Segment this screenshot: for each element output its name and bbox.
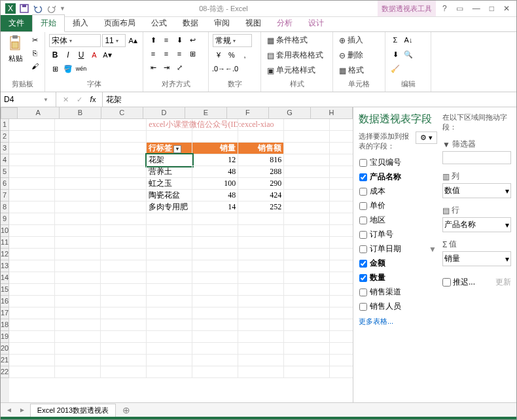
save-icon[interactable] (18, 3, 30, 14)
copy-icon[interactable]: ⎘ (29, 47, 41, 59)
increase-font-icon[interactable]: A▴ (127, 35, 139, 46)
tab-analyze[interactable]: 分析 (269, 15, 300, 31)
row-header[interactable]: 16 (1, 296, 9, 307)
row-header[interactable]: 5 (1, 166, 9, 178)
row-header[interactable]: 4 (1, 154, 9, 166)
sheet-nav-next[interactable]: ► (17, 406, 27, 413)
col-header[interactable]: D (143, 107, 185, 119)
align-mid-icon[interactable]: ≡ (160, 34, 172, 46)
dec-decimal-icon[interactable]: ←.0 (226, 63, 238, 75)
new-sheet-button[interactable]: ⊕ (118, 405, 134, 415)
field-item[interactable]: 成本 (359, 185, 437, 198)
autosum-icon[interactable]: Σ (389, 34, 401, 46)
row-header[interactable]: 1 (1, 119, 9, 131)
tab-view[interactable]: 视图 (238, 15, 269, 31)
close-icon[interactable]: ✕ (503, 4, 510, 13)
field-item[interactable]: 金额 (359, 257, 437, 270)
row-header[interactable]: 2 (1, 131, 9, 143)
cancel-fx-icon[interactable]: ✕ (60, 94, 71, 105)
ribbon-toggle-icon[interactable]: ▭ (456, 4, 463, 13)
align-top-icon[interactable]: ⬆ (147, 34, 159, 46)
field-item[interactable]: 销售人员 (359, 300, 437, 313)
row-header[interactable]: 11 (1, 237, 9, 249)
orientation-icon[interactable]: ⤢ (173, 61, 185, 73)
select-all-corner[interactable] (1, 107, 18, 119)
more-tables-link[interactable]: 更多表格... (359, 317, 437, 326)
align-right-icon[interactable]: ≡ (173, 48, 185, 60)
underline-button[interactable]: U (75, 49, 87, 61)
clear-icon[interactable]: 🧹 (389, 63, 401, 75)
cells-area[interactable]: excel小课堂微信公众号(ID:excel-xiao行标签▾销量销售额花架12… (9, 119, 353, 402)
field-item[interactable]: 宝贝编号 (359, 156, 437, 169)
defer-checkbox[interactable] (442, 278, 451, 287)
row-header[interactable]: 8 (1, 201, 9, 213)
decrease-font-icon[interactable]: A▾ (101, 49, 113, 61)
row-header[interactable]: 21 (1, 355, 9, 366)
row-header[interactable]: 18 (1, 319, 9, 331)
merge-icon[interactable]: ⊞ (187, 48, 198, 60)
enter-fx-icon[interactable]: ✓ (73, 94, 85, 105)
italic-button[interactable]: I (62, 49, 74, 61)
indent-inc-icon[interactable]: ⇥ (160, 61, 172, 73)
qat-dropdown-icon[interactable]: ▼ (60, 5, 65, 12)
tab-review[interactable]: 审阅 (206, 15, 238, 31)
fill-icon[interactable]: ⬇ (389, 48, 401, 60)
align-left-icon[interactable]: ≡ (147, 48, 159, 60)
font-name[interactable]: 宋体▾ (49, 34, 101, 47)
format-painter-icon[interactable]: 🖌 (29, 60, 41, 72)
name-box[interactable]: ▼ (1, 92, 56, 107)
tab-insert[interactable]: 插入 (65, 15, 96, 31)
fx-icon[interactable]: fx (87, 94, 99, 105)
tab-formula[interactable]: 公式 (143, 15, 175, 31)
number-format[interactable]: 常规▾ (213, 34, 252, 47)
cut-icon[interactable]: ✂ (29, 34, 41, 46)
align-bot-icon[interactable]: ⬇ (173, 34, 185, 46)
field-item[interactable]: 订单日期▼ (359, 243, 437, 255)
row-header[interactable]: 15 (1, 284, 9, 296)
field-item[interactable]: 单价 (359, 200, 437, 212)
inc-decimal-icon[interactable]: .0→ (213, 63, 224, 75)
tab-layout[interactable]: 页面布局 (96, 15, 143, 31)
columns-drop-area[interactable]: 数值▾ (442, 183, 511, 198)
field-item[interactable]: 地区 (359, 214, 437, 226)
tab-file[interactable]: 文件 (1, 15, 32, 31)
row-header[interactable]: 17 (1, 307, 9, 319)
find-icon[interactable]: 🔍 (402, 48, 414, 60)
font-size[interactable]: 11▾ (102, 34, 126, 47)
redo-icon[interactable] (46, 3, 58, 14)
row-header[interactable]: 13 (1, 260, 9, 272)
border-icon[interactable]: ⊞ (49, 63, 61, 75)
bold-button[interactable]: B (49, 49, 61, 61)
row-header[interactable]: 6 (1, 178, 9, 190)
font-color-icon[interactable]: A (88, 49, 100, 61)
field-item[interactable]: 产品名称 (359, 171, 437, 183)
currency-icon[interactable]: ¥ (213, 49, 224, 61)
formula-input[interactable] (106, 95, 513, 105)
filters-drop-area[interactable] (442, 151, 511, 164)
minimize-icon[interactable]: — (472, 4, 480, 13)
col-header[interactable]: B (60, 107, 101, 119)
row-header[interactable]: 14 (1, 272, 9, 284)
tab-design[interactable]: 设计 (300, 15, 332, 31)
indent-dec-icon[interactable]: ⇤ (147, 61, 159, 73)
cond-format-button[interactable]: ▦条件格式 (265, 34, 329, 46)
phonetic-icon[interactable]: wén (75, 63, 87, 75)
col-header[interactable]: H (311, 107, 353, 119)
filter-icon[interactable]: ▼ (429, 245, 437, 254)
filter-dropdown-icon[interactable]: ▾ (173, 145, 181, 153)
align-center-icon[interactable]: ≡ (160, 48, 172, 60)
sheet-nav-prev[interactable]: ◄ (4, 406, 14, 413)
percent-icon[interactable]: % (226, 49, 238, 61)
rows-drop-area[interactable]: 产品名称▾ (442, 217, 511, 232)
help-icon[interactable]: ? (442, 4, 447, 13)
comma-icon[interactable]: , (239, 49, 251, 61)
insert-cells-button[interactable]: ⊕插入 (337, 34, 381, 46)
row-header[interactable]: 12 (1, 249, 9, 260)
tab-home[interactable]: 开始 (32, 14, 65, 32)
row-header[interactable]: 9 (1, 213, 9, 225)
field-item[interactable]: 销售渠道 (359, 286, 437, 298)
format-table-button[interactable]: ▤套用表格格式 (265, 49, 329, 61)
col-header[interactable]: C (101, 107, 143, 119)
col-header[interactable]: G (269, 107, 311, 119)
cell-styles-button[interactable]: ▣单元格样式 (265, 64, 329, 77)
